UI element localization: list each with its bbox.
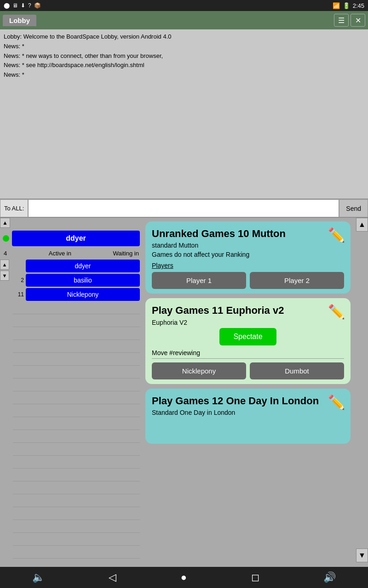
empty-row (13, 469, 140, 481)
circle-icon: ⬤ (4, 2, 10, 9)
left-panel: ▲ ddyer 4 Active in Waiting in ▲ ▼ ddyer (0, 218, 143, 585)
card-icon-1: ✏️ (328, 227, 345, 243)
empty-row (13, 418, 140, 430)
online-indicator (3, 235, 9, 242)
spectate-row: Spectate (152, 328, 344, 345)
home-icon[interactable]: ● (181, 571, 187, 583)
waiting-label: Waiting in (113, 250, 139, 257)
left-panel-scroll-down-inner[interactable]: ▼ (0, 271, 9, 281)
message-line-5: News: * (4, 70, 364, 80)
user-button-nicklepony[interactable]: Nicklepony (26, 288, 140, 301)
status-bar: ⬤ 🖥 ⬇ ? 📦 📶 🔋 2:45 (0, 0, 368, 11)
chat-to-label: To ALL: (0, 199, 28, 217)
user-row-basilio: 2 basilio (13, 274, 140, 287)
message-line-4: News: * see http://boardspace.net/englis… (4, 61, 364, 70)
left-scroll-up-button[interactable]: ▲ (0, 218, 10, 228)
active-count: 4 (4, 250, 7, 257)
title-tab[interactable]: Lobby (3, 15, 36, 26)
status-bar-left: ⬤ 🖥 ⬇ ? 📦 (4, 2, 41, 9)
empty-row (13, 457, 140, 469)
players-label-1: Players (152, 262, 344, 269)
online-row: ddyer (0, 229, 143, 248)
current-user-button[interactable]: ddyer (12, 231, 140, 246)
empty-row (13, 392, 140, 404)
back-icon[interactable]: ◁ (109, 571, 116, 583)
user-row-num-2: 2 (13, 277, 24, 283)
right-scroll-up-button[interactable]: ▲ (356, 218, 368, 232)
game-card-london: ✏️ Play Games 12 One Day In London Stand… (145, 389, 351, 444)
move-review-label: Move #reviewing (152, 349, 344, 359)
right-panel: ▲ ✏️ Unranked Games 10 Mutton standard M… (143, 218, 368, 585)
empty-row (13, 341, 140, 353)
user-button-basilio[interactable]: basilio (26, 274, 140, 287)
card-icon-2: ✏️ (328, 304, 345, 320)
user-button-ddyer[interactable]: ddyer (26, 260, 140, 272)
chat-input[interactable] (28, 199, 339, 217)
archive-icon: 📦 (34, 2, 41, 9)
game-card-mutton: ✏️ Unranked Games 10 Mutton standard Mut… (145, 221, 351, 294)
spectate-button[interactable]: Spectate (219, 328, 276, 345)
empty-row (13, 379, 140, 391)
message-line-1: Lobby: Welcome to the BoardSpace Lobby, … (4, 32, 364, 42)
title-bar: Lobby ☰ ✕ (0, 11, 368, 29)
card-icon-3: ✏️ (328, 394, 345, 410)
send-button[interactable]: Send (339, 199, 368, 217)
user-row-num-3: 11 (13, 291, 24, 298)
card-subtitle-2: Euphoria V2 (152, 319, 344, 326)
empty-row (13, 444, 140, 456)
wifi-icon: 📶 (333, 2, 340, 9)
menu-button[interactable]: ☰ (334, 14, 349, 27)
close-button[interactable]: ✕ (351, 14, 365, 27)
card-title-1: Unranked Games 10 Mutton (152, 228, 344, 240)
volume-down-icon[interactable]: 🔈 (32, 571, 45, 583)
player1-button[interactable]: Player 1 (152, 272, 246, 289)
nav-bar: 🔈 ◁ ● ◻ 🔊 (0, 567, 368, 588)
message-line-3: News: * new ways to connect, other than … (4, 51, 364, 61)
game-card-euphoria: ✏️ Play Games 11 Euphoria v2 Euphoria V2… (145, 298, 351, 384)
card-title-3: Play Games 12 One Day In London (152, 395, 344, 407)
right-scroll-down-button[interactable]: ▼ (356, 548, 368, 562)
message-line-2: News: * (4, 42, 364, 51)
recents-icon[interactable]: ◻ (251, 571, 259, 583)
message-area: Lobby: Welcome to the BoardSpace Lobby, … (0, 29, 368, 199)
user-row-ddyer: ddyer (13, 260, 140, 272)
main-content: ▲ ddyer 4 Active in Waiting in ▲ ▼ ddyer (0, 218, 368, 585)
title-bar-buttons: ☰ ✕ (334, 14, 365, 27)
empty-row (13, 315, 140, 327)
empty-row (13, 405, 140, 417)
player2-button[interactable]: Player 2 (250, 272, 344, 289)
volume-up-icon[interactable]: 🔊 (323, 571, 336, 583)
user-row-nicklepony: 11 Nicklepony (13, 288, 140, 301)
empty-row (13, 328, 140, 340)
empty-row (13, 482, 140, 494)
status-bar-right: 📶 🔋 2:45 (333, 2, 364, 9)
player-buttons-1: Player 1 Player 2 (152, 272, 344, 289)
empty-row (13, 521, 140, 533)
clock: 2:45 (353, 2, 364, 9)
download-icon: ⬇ (21, 2, 25, 9)
chat-bar: To ALL: Send (0, 199, 368, 218)
monitor-icon: 🖥 (12, 2, 18, 9)
card-subtitle-1: standard Mutton (152, 242, 344, 249)
empty-row (13, 367, 140, 379)
card-desc-1: Games do not affect your Ranking (152, 251, 344, 258)
dumbot-button[interactable]: Dumbot (250, 362, 344, 379)
player-buttons-2: Nicklepony Dumbot (152, 362, 344, 379)
active-label: Active in (49, 250, 71, 257)
empty-row (13, 508, 140, 520)
empty-row (13, 431, 140, 443)
left-panel-scroll-up-inner[interactable]: ▲ (0, 260, 9, 270)
empty-row (13, 302, 140, 314)
empty-row (13, 354, 140, 366)
nicklepony-button[interactable]: Nicklepony (152, 362, 246, 379)
active-waiting-row: 4 Active in Waiting in (0, 248, 143, 259)
help-icon: ? (28, 2, 31, 9)
empty-row (13, 547, 140, 559)
empty-row (13, 495, 140, 507)
card-subtitle-3: Standard One Day in London (152, 409, 344, 416)
user-list: ddyer 2 basilio 11 Nicklepony (10, 259, 143, 560)
empty-row (13, 534, 140, 546)
battery-icon: 🔋 (343, 2, 350, 9)
card-title-2: Play Games 11 Euphoria v2 (152, 305, 344, 317)
